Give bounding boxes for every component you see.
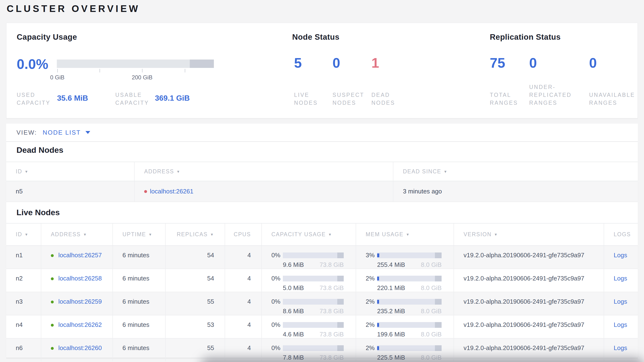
dead-nodes-label: DEAD NODES (372, 91, 395, 107)
summary-card: Capacity Usage 0.0% 0 GiB 200 GiB USED C… (6, 23, 638, 118)
node-list-sheet: Dead Nodes ID ADDRESS DEAD SINCE n5 loca… (6, 142, 638, 358)
column-header-address[interactable]: ADDRESS (134, 162, 393, 181)
cpus-cell: 4 (225, 246, 262, 269)
column-header-address[interactable]: ADDRESS (41, 224, 113, 245)
capacity-gauge-reserved-segment (190, 60, 214, 68)
uptime-cell: 6 minutes (113, 269, 166, 292)
capacity-used-value: 4.6 MiB (283, 331, 304, 338)
column-header-uptime[interactable]: UPTIME (113, 224, 166, 245)
live-status-icon (51, 301, 54, 303)
sort-desc-icon (210, 232, 214, 237)
node-address-cell: localhost:26260 (41, 338, 113, 361)
capacity-usage-bar (283, 345, 344, 351)
column-header-replicas[interactable]: REPLICAS (166, 224, 225, 245)
bar-fill (377, 346, 379, 350)
usable-capacity-value: 369.1 GiB (155, 94, 190, 103)
column-header-dead-since[interactable]: DEAD SINCE (393, 162, 638, 181)
live-nodes-header-row: ID ADDRESS UPTIME REPLICAS CPUS CAPACITY… (6, 223, 638, 246)
capacity-percent-value: 0% (272, 321, 283, 328)
gauge-tick-label-200: 200 GiB (132, 74, 152, 81)
node-address-cell: localhost:26257 (41, 246, 113, 269)
sort-desc-icon (83, 232, 87, 237)
logs-cell: Logs (604, 292, 638, 315)
column-header-cpus: CPUS (225, 224, 262, 245)
node-id-cell: n2 (6, 269, 41, 292)
column-header-mem-usage[interactable]: MEM USAGE (356, 224, 454, 245)
bar-end-segment (337, 299, 344, 305)
mem-percent-value: 2% (366, 321, 377, 328)
capacity-usage-title: Capacity Usage (17, 33, 77, 42)
suspect-nodes-count: 0 (332, 55, 340, 71)
logs-link[interactable]: Logs (614, 321, 627, 328)
logs-cell: Logs (604, 269, 638, 292)
mem-used-value: 199.6 MiB (377, 331, 405, 338)
cpus-cell: 4 (225, 315, 262, 338)
node-address-link[interactable]: localhost:26257 (58, 252, 102, 259)
view-label: VIEW: (16, 129, 37, 136)
table-row: n6 localhost:26260 6 minutes 55 4 0% 7.8… (6, 338, 638, 358)
logs-link[interactable]: Logs (614, 275, 627, 282)
version-cell: v19.2.0-alpha.20190606-2491-gfe735c9a97 (454, 292, 604, 315)
view-selected-value: NODE LIST (43, 129, 81, 136)
cluster-overview-page: CLUSTER OVERVIEW Capacity Usage 0.0% 0 G… (0, 0, 644, 362)
version-cell: v19.2.0-alpha.20190606-2491-gfe735c9a97 (454, 246, 604, 269)
mem-usage-bar (377, 253, 442, 258)
logs-link[interactable]: Logs (614, 298, 627, 305)
node-address-link[interactable]: localhost:26258 (58, 275, 102, 282)
node-address-cell: localhost:26258 (41, 269, 113, 292)
bar-end-segment (337, 345, 344, 351)
chevron-down-icon (86, 131, 90, 134)
capacity-usage-bar (283, 253, 344, 258)
capacity-usage-cell: 0% 5.0 MiB 73.8 GiB (262, 269, 356, 292)
table-row: n1 localhost:26257 6 minutes 54 4 0% 9.6… (6, 246, 638, 269)
capacity-total-value: 73.8 GiB (320, 261, 344, 269)
view-selector-dropdown[interactable]: NODE LIST (43, 129, 90, 136)
logs-link[interactable]: Logs (614, 252, 627, 259)
capacity-usage-bar (283, 276, 344, 281)
node-address-cell: localhost:26262 (41, 315, 113, 338)
capacity-total-value: 73.8 GiB (320, 331, 344, 338)
unavailable-ranges-count: 0 (589, 55, 597, 71)
capacity-usage-cell: 0% 4.6 MiB 73.8 GiB (262, 315, 356, 338)
capacity-used-value: 9.6 MiB (283, 261, 304, 269)
logs-cell: Logs (604, 246, 638, 269)
node-address-link[interactable]: localhost:26260 (58, 344, 102, 351)
suspect-nodes-label: SUSPECT NODES (332, 91, 364, 107)
sort-desc-icon (176, 169, 180, 173)
uptime-cell: 6 minutes (113, 292, 166, 315)
column-header-logs: LOGS (604, 224, 638, 245)
below-fold-shadow (200, 358, 644, 362)
cpus-cell: 4 (225, 269, 262, 292)
column-header-capacity-usage[interactable]: CAPACITY USAGE (262, 224, 356, 245)
total-ranges-label: TOTAL RANGES (490, 91, 518, 107)
capacity-usage-cell: 0% 9.6 MiB 73.8 GiB (262, 246, 356, 269)
sort-desc-icon (406, 232, 410, 237)
logs-link[interactable]: Logs (614, 344, 627, 351)
bar-fill (377, 277, 379, 280)
sort-desc-icon (148, 232, 152, 237)
total-ranges-count: 75 (490, 55, 505, 71)
replicas-cell: 54 (166, 269, 225, 292)
column-header-id[interactable]: ID (6, 224, 41, 245)
node-address-cell: localhost:26259 (41, 292, 113, 315)
bar-fill (377, 323, 379, 327)
node-address-link[interactable]: localhost:26259 (58, 298, 102, 305)
dead-since-cell: 3 minutes ago (393, 181, 638, 202)
mem-total-value: 8.0 GiB (421, 284, 442, 292)
bar-fill (377, 253, 379, 257)
live-nodes-label: LIVE NODES (294, 91, 318, 107)
mem-used-value: 255.4 MiB (377, 261, 405, 269)
node-address-link[interactable]: localhost:26261 (150, 188, 193, 195)
column-header-id[interactable]: ID (6, 162, 134, 181)
version-cell: v19.2.0-alpha.20190606-2491-gfe735c9a97 (454, 315, 604, 338)
live-status-icon (51, 347, 54, 350)
live-nodes-heading: Live Nodes (6, 202, 638, 217)
mem-percent-value: 2% (366, 298, 377, 305)
page-title: CLUSTER OVERVIEW (7, 3, 140, 14)
column-header-version[interactable]: VERSION (454, 224, 604, 245)
table-row: n3 localhost:26259 6 minutes 55 4 0% 8.6… (6, 292, 638, 315)
node-status-title: Node Status (292, 33, 340, 42)
node-address-link[interactable]: localhost:26262 (58, 321, 102, 328)
mem-usage-bar (377, 276, 442, 281)
mem-percent-value: 2% (366, 344, 377, 352)
